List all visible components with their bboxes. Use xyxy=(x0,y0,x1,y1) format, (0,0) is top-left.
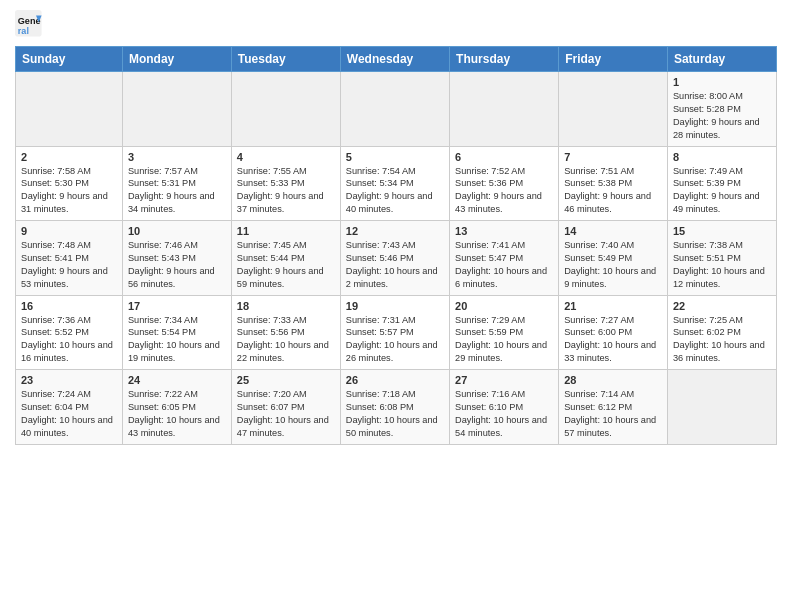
day-number: 18 xyxy=(237,300,335,312)
day-detail: Sunrise: 7:34 AM Sunset: 5:54 PM Dayligh… xyxy=(128,314,226,366)
weekday-header: Tuesday xyxy=(231,47,340,72)
calendar-day-cell: 4Sunrise: 7:55 AM Sunset: 5:33 PM Daylig… xyxy=(231,146,340,221)
calendar-day-cell: 13Sunrise: 7:41 AM Sunset: 5:47 PM Dayli… xyxy=(450,221,559,296)
calendar-week-row: 16Sunrise: 7:36 AM Sunset: 5:52 PM Dayli… xyxy=(16,295,777,370)
calendar-day-cell: 9Sunrise: 7:48 AM Sunset: 5:41 PM Daylig… xyxy=(16,221,123,296)
calendar-week-row: 1Sunrise: 8:00 AM Sunset: 5:28 PM Daylig… xyxy=(16,72,777,147)
calendar-day-cell: 21Sunrise: 7:27 AM Sunset: 6:00 PM Dayli… xyxy=(559,295,668,370)
day-detail: Sunrise: 7:25 AM Sunset: 6:02 PM Dayligh… xyxy=(673,314,771,366)
day-number: 6 xyxy=(455,151,553,163)
day-number: 28 xyxy=(564,374,662,386)
calendar-day-cell: 19Sunrise: 7:31 AM Sunset: 5:57 PM Dayli… xyxy=(340,295,449,370)
weekday-header: Thursday xyxy=(450,47,559,72)
day-detail: Sunrise: 7:27 AM Sunset: 6:00 PM Dayligh… xyxy=(564,314,662,366)
day-number: 23 xyxy=(21,374,117,386)
day-detail: Sunrise: 7:14 AM Sunset: 6:12 PM Dayligh… xyxy=(564,388,662,440)
calendar-day-cell xyxy=(667,370,776,445)
day-number: 11 xyxy=(237,225,335,237)
day-detail: Sunrise: 7:48 AM Sunset: 5:41 PM Dayligh… xyxy=(21,239,117,291)
day-number: 25 xyxy=(237,374,335,386)
day-detail: Sunrise: 7:51 AM Sunset: 5:38 PM Dayligh… xyxy=(564,165,662,217)
day-number: 4 xyxy=(237,151,335,163)
day-number: 17 xyxy=(128,300,226,312)
calendar-day-cell: 24Sunrise: 7:22 AM Sunset: 6:05 PM Dayli… xyxy=(122,370,231,445)
calendar-day-cell: 27Sunrise: 7:16 AM Sunset: 6:10 PM Dayli… xyxy=(450,370,559,445)
day-detail: Sunrise: 7:58 AM Sunset: 5:30 PM Dayligh… xyxy=(21,165,117,217)
calendar-page: Gene ral SundayMondayTuesdayWednesdayThu… xyxy=(0,0,792,612)
day-detail: Sunrise: 7:33 AM Sunset: 5:56 PM Dayligh… xyxy=(237,314,335,366)
calendar-day-cell: 8Sunrise: 7:49 AM Sunset: 5:39 PM Daylig… xyxy=(667,146,776,221)
weekday-header: Monday xyxy=(122,47,231,72)
calendar-header-row: SundayMondayTuesdayWednesdayThursdayFrid… xyxy=(16,47,777,72)
day-detail: Sunrise: 7:40 AM Sunset: 5:49 PM Dayligh… xyxy=(564,239,662,291)
day-detail: Sunrise: 7:24 AM Sunset: 6:04 PM Dayligh… xyxy=(21,388,117,440)
day-number: 21 xyxy=(564,300,662,312)
day-detail: Sunrise: 7:22 AM Sunset: 6:05 PM Dayligh… xyxy=(128,388,226,440)
day-detail: Sunrise: 7:52 AM Sunset: 5:36 PM Dayligh… xyxy=(455,165,553,217)
calendar-day-cell xyxy=(231,72,340,147)
calendar-day-cell: 6Sunrise: 7:52 AM Sunset: 5:36 PM Daylig… xyxy=(450,146,559,221)
day-number: 14 xyxy=(564,225,662,237)
day-number: 8 xyxy=(673,151,771,163)
day-number: 22 xyxy=(673,300,771,312)
day-number: 9 xyxy=(21,225,117,237)
day-number: 27 xyxy=(455,374,553,386)
calendar-day-cell: 28Sunrise: 7:14 AM Sunset: 6:12 PM Dayli… xyxy=(559,370,668,445)
calendar-day-cell: 2Sunrise: 7:58 AM Sunset: 5:30 PM Daylig… xyxy=(16,146,123,221)
calendar-day-cell: 23Sunrise: 7:24 AM Sunset: 6:04 PM Dayli… xyxy=(16,370,123,445)
calendar-week-row: 23Sunrise: 7:24 AM Sunset: 6:04 PM Dayli… xyxy=(16,370,777,445)
day-detail: Sunrise: 7:43 AM Sunset: 5:46 PM Dayligh… xyxy=(346,239,444,291)
calendar-day-cell: 17Sunrise: 7:34 AM Sunset: 5:54 PM Dayli… xyxy=(122,295,231,370)
day-number: 7 xyxy=(564,151,662,163)
calendar-day-cell: 20Sunrise: 7:29 AM Sunset: 5:59 PM Dayli… xyxy=(450,295,559,370)
day-number: 26 xyxy=(346,374,444,386)
calendar-day-cell: 12Sunrise: 7:43 AM Sunset: 5:46 PM Dayli… xyxy=(340,221,449,296)
calendar-week-row: 2Sunrise: 7:58 AM Sunset: 5:30 PM Daylig… xyxy=(16,146,777,221)
day-detail: Sunrise: 7:49 AM Sunset: 5:39 PM Dayligh… xyxy=(673,165,771,217)
svg-text:ral: ral xyxy=(18,26,29,36)
day-number: 12 xyxy=(346,225,444,237)
day-number: 3 xyxy=(128,151,226,163)
calendar-day-cell: 10Sunrise: 7:46 AM Sunset: 5:43 PM Dayli… xyxy=(122,221,231,296)
day-detail: Sunrise: 7:20 AM Sunset: 6:07 PM Dayligh… xyxy=(237,388,335,440)
calendar-day-cell: 25Sunrise: 7:20 AM Sunset: 6:07 PM Dayli… xyxy=(231,370,340,445)
day-detail: Sunrise: 7:36 AM Sunset: 5:52 PM Dayligh… xyxy=(21,314,117,366)
day-number: 24 xyxy=(128,374,226,386)
day-number: 19 xyxy=(346,300,444,312)
day-detail: Sunrise: 7:46 AM Sunset: 5:43 PM Dayligh… xyxy=(128,239,226,291)
calendar-day-cell: 16Sunrise: 7:36 AM Sunset: 5:52 PM Dayli… xyxy=(16,295,123,370)
calendar-day-cell: 18Sunrise: 7:33 AM Sunset: 5:56 PM Dayli… xyxy=(231,295,340,370)
day-number: 5 xyxy=(346,151,444,163)
day-number: 15 xyxy=(673,225,771,237)
calendar-day-cell xyxy=(340,72,449,147)
day-number: 2 xyxy=(21,151,117,163)
calendar-table: SundayMondayTuesdayWednesdayThursdayFrid… xyxy=(15,46,777,445)
day-number: 10 xyxy=(128,225,226,237)
day-detail: Sunrise: 7:29 AM Sunset: 5:59 PM Dayligh… xyxy=(455,314,553,366)
day-number: 20 xyxy=(455,300,553,312)
day-detail: Sunrise: 7:54 AM Sunset: 5:34 PM Dayligh… xyxy=(346,165,444,217)
day-detail: Sunrise: 7:38 AM Sunset: 5:51 PM Dayligh… xyxy=(673,239,771,291)
logo-icon: Gene ral xyxy=(15,10,43,38)
calendar-day-cell: 1Sunrise: 8:00 AM Sunset: 5:28 PM Daylig… xyxy=(667,72,776,147)
day-detail: Sunrise: 7:18 AM Sunset: 6:08 PM Dayligh… xyxy=(346,388,444,440)
calendar-day-cell: 7Sunrise: 7:51 AM Sunset: 5:38 PM Daylig… xyxy=(559,146,668,221)
weekday-header: Sunday xyxy=(16,47,123,72)
page-header: Gene ral xyxy=(15,10,777,38)
weekday-header: Friday xyxy=(559,47,668,72)
day-detail: Sunrise: 7:57 AM Sunset: 5:31 PM Dayligh… xyxy=(128,165,226,217)
day-detail: Sunrise: 7:16 AM Sunset: 6:10 PM Dayligh… xyxy=(455,388,553,440)
day-detail: Sunrise: 8:00 AM Sunset: 5:28 PM Dayligh… xyxy=(673,90,771,142)
calendar-day-cell: 15Sunrise: 7:38 AM Sunset: 5:51 PM Dayli… xyxy=(667,221,776,296)
calendar-week-row: 9Sunrise: 7:48 AM Sunset: 5:41 PM Daylig… xyxy=(16,221,777,296)
day-number: 1 xyxy=(673,76,771,88)
calendar-day-cell xyxy=(559,72,668,147)
day-detail: Sunrise: 7:31 AM Sunset: 5:57 PM Dayligh… xyxy=(346,314,444,366)
calendar-day-cell: 3Sunrise: 7:57 AM Sunset: 5:31 PM Daylig… xyxy=(122,146,231,221)
weekday-header: Wednesday xyxy=(340,47,449,72)
calendar-day-cell: 26Sunrise: 7:18 AM Sunset: 6:08 PM Dayli… xyxy=(340,370,449,445)
calendar-day-cell xyxy=(122,72,231,147)
day-number: 13 xyxy=(455,225,553,237)
day-detail: Sunrise: 7:45 AM Sunset: 5:44 PM Dayligh… xyxy=(237,239,335,291)
weekday-header: Saturday xyxy=(667,47,776,72)
